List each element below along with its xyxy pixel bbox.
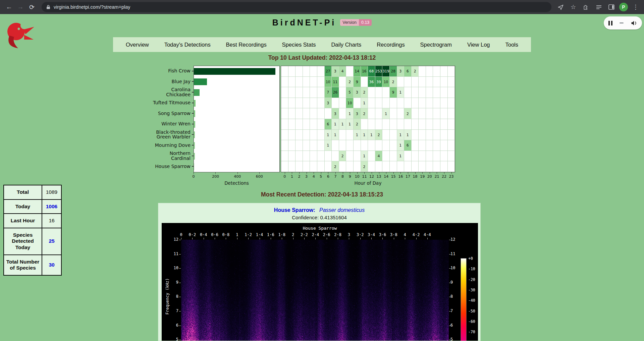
spec-xtick-mark [192,238,193,239]
spec-xtick-mark [338,238,338,239]
nav-item-recordings[interactable]: Recordings [377,42,405,48]
nav-item-spectrogram[interactable]: Spectrogram [420,42,452,48]
species-common-link[interactable]: House Sparrow: [274,207,315,213]
xtick-label: 400 [234,174,241,179]
audio-player[interactable] [604,16,642,30]
heatmap-cell [382,98,390,109]
heatmap-cell: 3 [332,108,339,119]
stats-value-link[interactable]: 25 [49,238,54,244]
heatmap-cell [368,151,375,162]
stats-value-link[interactable]: 30 [49,262,54,268]
side-panel-icon[interactable] [606,2,616,12]
seek-bar[interactable] [620,22,624,23]
species-name: Carolina Chickadee [166,87,191,97]
hour-tick-label: 18 [413,174,418,179]
heatmap-cell [433,161,440,172]
back-button[interactable]: ← [3,1,15,13]
heatmap-cell [303,77,310,88]
heatmap-cell [310,108,317,119]
profile-avatar[interactable]: P [619,3,628,11]
heatmap-cell: 2 [361,87,368,98]
heatmap-cell: 2 [354,119,361,130]
spec-xtick-mark [282,238,282,239]
heatmap-cell [281,87,288,98]
heatmap-cell [390,98,397,109]
stats-label: Total Number of Species [4,255,42,275]
heatmap-cell [303,87,310,98]
nav-item-species-stats[interactable]: Species Stats [282,42,316,48]
heatmap-cell [419,161,426,172]
nav-item-today-s-detections[interactable]: Today's Detections [164,42,211,48]
heatmap-cell [281,151,288,162]
volume-icon[interactable] [631,20,637,26]
reading-list-icon[interactable] [594,2,604,12]
heatmap-cell: 2 [332,161,339,172]
nav-item-best-recordings[interactable]: Best Recordings [226,42,267,48]
heatmap-cell [412,151,419,162]
hour-tick-label: 1 [291,174,293,179]
bookmark-star-icon[interactable]: ☆ [568,2,578,12]
pause-button[interactable] [608,21,612,25]
heatmap-cell: 319 [382,66,390,77]
confidence-text: Confidence: 0.41351604 [158,215,480,220]
species-label: Mourning Dove [150,140,194,151]
address-bar[interactable]: virginia.birdnetpi.com/?stream=play [42,2,551,12]
heatmap-cell [368,161,375,172]
heatmap-cell: 9 [354,77,361,88]
colorbar-tick: -40 [468,298,475,303]
heatmap-cell [419,140,426,151]
stats-value-link[interactable]: 1006 [46,204,57,209]
heatmap-cell [325,108,332,119]
share-icon[interactable] [555,2,566,12]
hour-tick-label: 9 [349,174,351,179]
heatmap-cell [317,98,325,109]
heatmap-cell [382,87,390,98]
nav-item-view-log[interactable]: View Log [467,42,490,48]
hour-tick-label: 13 [377,174,381,179]
heatmap-cell [375,119,383,130]
colorbar-tick: -20 [468,277,475,282]
heatmap-cell [426,87,433,98]
heatmap-cell [332,98,339,109]
heatmap-cell: 10 [325,77,332,88]
heatmap-cell [419,77,426,88]
spec-ytick-mark [179,340,181,340]
spec-xtick: 3·4 [368,232,375,237]
heatmap-cell [404,161,412,172]
nav-item-daily-charts[interactable]: Daily Charts [331,42,361,48]
spec-xtick-mark [349,238,349,239]
heatmap-cell [426,119,433,130]
nav-item-tools[interactable]: Tools [505,42,518,48]
heatmap-cell [426,108,433,119]
species-name: Winter Wren [161,121,191,126]
hour-tick-label: 0 [283,174,286,179]
heatmap-cell: 2 [404,108,412,119]
menu-kebab-icon[interactable]: ⋮ [631,2,641,12]
forward-button[interactable]: → [15,1,26,13]
reload-button[interactable]: ⟳ [26,1,38,13]
extensions-icon[interactable] [581,2,591,12]
hour-tick-mark [292,172,292,174]
detections-bar [194,68,275,75]
heatmap-cell [433,151,440,162]
heatmap-cell: 10 [346,98,354,109]
stats-label: Today [4,200,42,214]
stats-value-cell: 1006 [42,200,61,214]
heatmap-cell [448,161,455,172]
species-label: Blue Jay [150,76,194,87]
heatmap-cell [303,119,310,130]
heatmap-cell [281,130,288,140]
nav-item-overview[interactable]: Overview [126,42,149,48]
stats-row: Today1006 [4,200,61,214]
spec-xtick: 4 [404,232,406,237]
spec-xtick: 3·8 [390,232,397,237]
species-latin-link[interactable]: Passer domesticus [319,207,365,213]
heatmap-cell [303,161,310,172]
hour-tick-label: 22 [442,174,446,179]
heatmap-cell [382,119,390,130]
hour-tick-label: 6 [327,174,329,179]
heatmap-cell [440,119,448,130]
birdnetpi-page: BirdNET-Pi Version 0.13 OverviewToday's … [0,14,644,341]
heatmap-cell [433,108,440,119]
heatmap-cell: 3 [325,98,332,109]
